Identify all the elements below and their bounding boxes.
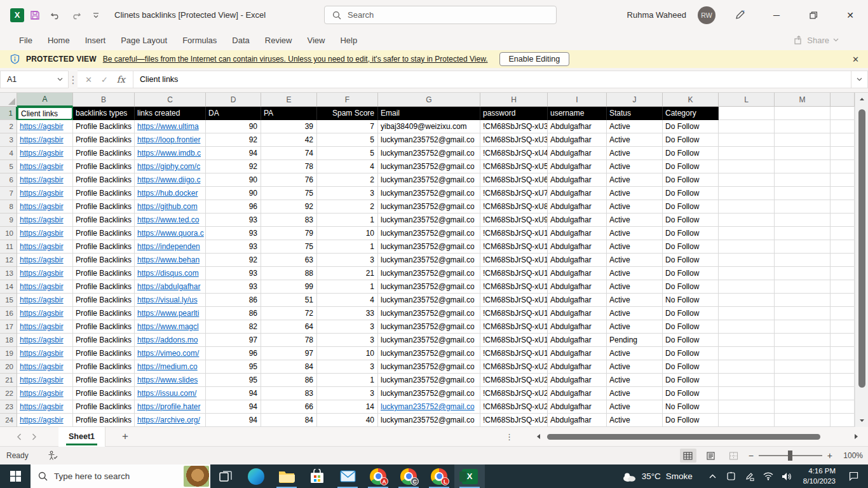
cell-spam-score[interactable]: 10 [317,347,378,360]
email-value[interactable]: luckyman235752@gmail.co [381,215,475,224]
zoom-out-icon[interactable]: − [749,451,754,461]
cell-empty[interactable] [831,374,855,387]
cell-status[interactable]: Active [607,173,663,187]
row-header-6[interactable]: 6 [0,173,17,187]
created-hyperlink[interactable]: https://www.slides [137,376,198,384]
cell-category[interactable]: Do Follow [663,160,719,173]
tab-page-layout[interactable]: Page Layout [113,32,175,49]
cell-client-link[interactable]: https://agsbir [17,307,73,320]
redo-icon[interactable] [70,10,81,21]
cell-status[interactable]: Active [607,200,663,214]
cell-da[interactable]: 82 [206,320,261,334]
client-hyperlink[interactable]: https://agsbir [20,175,64,184]
email-value[interactable]: luckyman235752@gmail.co [381,269,475,278]
cell-empty[interactable] [719,107,775,120]
cell-client-link[interactable]: https://agsbir [17,200,73,214]
cell-da[interactable]: 92 [206,160,261,173]
created-hyperlink[interactable]: https://github.com [137,202,198,211]
normal-view-button[interactable] [680,449,696,463]
cell-empty[interactable] [719,200,775,214]
cell-spam-score[interactable]: 4 [317,294,378,307]
cell-created-link[interactable]: https://visual.ly/us [135,294,206,307]
cell-status[interactable]: Active [607,254,663,267]
scroll-down-icon[interactable] [855,414,868,427]
cell-created-link[interactable]: https://archive.org/ [135,414,206,427]
row-header-17[interactable]: 17 [0,320,17,334]
cell-client-link[interactable]: https://agsbir [17,254,73,267]
cell-client-link[interactable]: https://agsbir [17,374,73,387]
column-header-B[interactable]: B [73,93,135,107]
start-button[interactable] [0,464,31,488]
client-hyperlink[interactable]: https://agsbir [20,282,64,291]
search-highlight-lion-image[interactable] [184,466,209,487]
cell-backlink-type[interactable]: Profile Backlinks [73,133,135,147]
cell-status[interactable]: Active [607,267,663,280]
cell-client-link[interactable]: https://agsbir [17,227,73,240]
cell-category[interactable]: Do Follow [663,147,719,160]
email-value[interactable]: luckyman235752@gmail.co [381,135,475,144]
cell-backlink-type[interactable]: Profile Backlinks [73,120,135,133]
cell-empty[interactable] [831,187,855,200]
protected-view-message[interactable]: Be careful—files from the Internet can c… [103,55,488,64]
cell-status[interactable]: Active [607,347,663,360]
cell-empty[interactable] [775,173,831,187]
cell-password[interactable]: !CM68SbJrSQ-xU1 [480,254,548,267]
cell-category[interactable]: Do Follow [663,133,719,147]
cell-username[interactable]: Abdulgafhar [548,187,607,200]
cell-client-link[interactable]: https://agsbir [17,214,73,227]
cell-da[interactable]: 93 [206,267,261,280]
insert-function-icon[interactable]: fx [117,74,125,85]
row-header-7[interactable]: 7 [0,187,17,200]
cell-email[interactable]: luckyman235752@gmail.co [378,147,480,160]
column-header-M[interactable]: M [775,93,831,107]
cell-username[interactable]: Abdulgafhar [548,307,607,320]
cell-spam-score[interactable]: 1 [317,240,378,254]
client-hyperlink[interactable]: https://agsbir [20,309,64,318]
column-header-E[interactable]: E [261,93,317,107]
cell-email[interactable]: luckyman235752@gmail.co [378,200,480,214]
cell-category[interactable]: Do Follow [663,320,719,334]
row-header-21[interactable]: 21 [0,374,17,387]
formula-bar-dots[interactable]: ⋮ [69,71,78,88]
client-hyperlink[interactable]: https://agsbir [20,255,64,264]
taskbar-app-chrome-c[interactable]: C [393,464,424,488]
restore-button[interactable] [801,3,826,28]
cell-da[interactable]: 94 [206,387,261,400]
cell-da[interactable]: 94 [206,414,261,427]
cell-da[interactable]: 92 [206,254,261,267]
created-hyperlink[interactable]: https://archive.org/ [137,416,200,424]
cell-client-link[interactable]: https://agsbir [17,387,73,400]
tab-formulas[interactable]: Formulas [175,32,224,49]
taskbar-app-edge[interactable] [241,464,271,488]
cell-password[interactable]: !CM68SbJrSQ-xU3 [480,120,548,133]
zoom-slider[interactable] [759,455,822,456]
cell-client-link[interactable]: https://agsbir [17,240,73,254]
cell-category[interactable]: Do Follow [663,414,719,427]
row-header-20[interactable]: 20 [0,360,17,374]
cell-username[interactable]: Abdulgafhar [548,173,607,187]
cell-status[interactable]: Active [607,214,663,227]
cell-empty[interactable] [775,254,831,267]
cell-backlink-type[interactable]: Profile Backlinks [73,187,135,200]
cell-pa[interactable]: 76 [261,173,317,187]
cell-pa[interactable]: 79 [261,227,317,240]
cell-client-link[interactable]: https://agsbir [17,334,73,347]
taskbar-app-file-explorer[interactable] [271,464,302,488]
client-hyperlink[interactable]: https://agsbir [20,242,64,251]
client-hyperlink[interactable]: https://agsbir [20,336,64,344]
tab-view[interactable]: View [299,32,332,49]
cell-client-link[interactable]: https://agsbir [17,360,73,374]
cell-header-email[interactable]: Email [378,107,480,120]
row-header-8[interactable]: 8 [0,200,17,214]
cell-empty[interactable] [775,320,831,334]
column-header-L[interactable]: L [719,93,775,107]
cell-pa[interactable]: 83 [261,214,317,227]
cell-empty[interactable] [719,294,775,307]
cell-pa[interactable]: 78 [261,334,317,347]
created-hyperlink[interactable]: https://abdulgafhar [137,282,200,291]
cell-backlink-type[interactable]: Profile Backlinks [73,214,135,227]
cell-password[interactable]: !CM68SbJrSQ-xU1 [480,307,548,320]
client-hyperlink[interactable]: https://agsbir [20,229,64,238]
cell-created-link[interactable]: https://www.ultima [135,120,206,133]
cell-empty[interactable] [775,374,831,387]
